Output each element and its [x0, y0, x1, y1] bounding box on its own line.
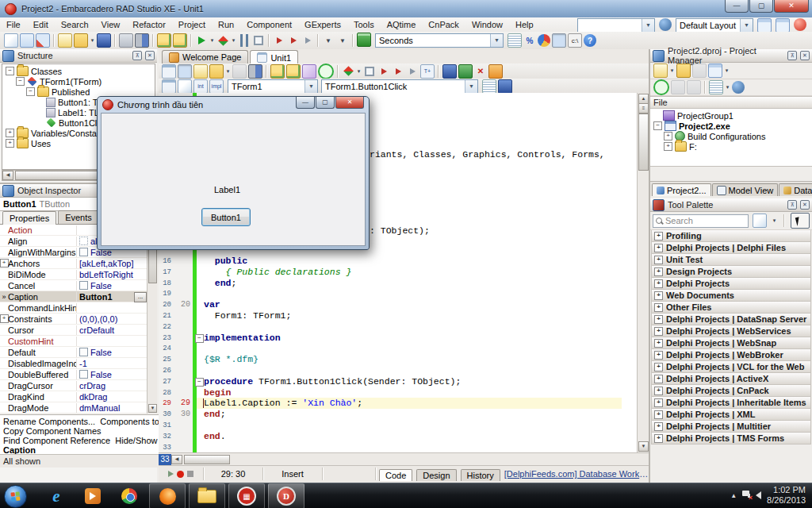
save-project-icon[interactable] — [692, 64, 707, 78]
expand-icon[interactable]: + — [654, 363, 663, 371]
dropdown-arrow-icon[interactable]: ▾ — [668, 67, 676, 74]
breakpoint-view-icon[interactable] — [659, 18, 672, 31]
expand-icon[interactable]: + — [654, 267, 663, 276]
to-do-list-icon[interactable] — [442, 64, 457, 79]
menu-aqtime[interactable]: AQtime — [381, 18, 423, 32]
close-icon[interactable]: ✕ — [145, 51, 155, 60]
open-file-icon[interactable] — [209, 64, 224, 79]
menu-gexperts[interactable]: GExperts — [298, 18, 347, 32]
start-button[interactable] — [4, 485, 27, 508]
expand-icon[interactable]: + — [654, 375, 663, 383]
media-player-icon[interactable] — [82, 486, 103, 506]
chrome-icon[interactable] — [119, 486, 140, 506]
expand-icon[interactable]: + — [654, 279, 663, 288]
dropdown-arrow-icon[interactable]: ▾ — [355, 68, 362, 75]
save-as-icon[interactable] — [119, 33, 133, 48]
expand-icon[interactable]: + — [664, 132, 672, 140]
firefox-button[interactable] — [149, 483, 186, 508]
step-over-icon[interactable] — [287, 34, 300, 47]
tree-item-f[interactable]: +F: — [652, 141, 812, 152]
fold-icon[interactable]: − — [195, 378, 204, 387]
refresh-icon[interactable] — [732, 81, 745, 94]
view-tab-code[interactable]: Code — [379, 469, 412, 481]
checkbox-icon[interactable] — [79, 348, 88, 356]
property-value[interactable]: dmManual — [77, 403, 147, 413]
property-value[interactable]: False — [77, 348, 147, 357]
set-debug-desktop-icon[interactable] — [776, 18, 790, 33]
palette-category-delphi-projects-cnpack[interactable]: +Delphi Projects | CnPack — [651, 385, 811, 397]
help-icon[interactable]: ? — [584, 34, 596, 47]
save-desktop-icon[interactable] — [757, 18, 772, 33]
internet-explorer-icon[interactable]: e — [46, 486, 67, 506]
expand-icon[interactable]: + — [654, 232, 663, 241]
dropdown-arrow-icon[interactable]: ▾ — [771, 217, 778, 224]
tab-events[interactable]: Events — [58, 210, 99, 224]
property-value[interactable]: bdLeftToRight — [77, 270, 147, 279]
dropdown-arrow-icon[interactable]: ▾ — [724, 84, 731, 90]
open-project-icon[interactable] — [157, 33, 171, 48]
palette-category-delphi-projects-delphi-files[interactable]: +Delphi Projects | Delphi Files — [651, 242, 811, 254]
dropdown-arrow-icon[interactable]: ▾ — [224, 68, 232, 75]
new-project-icon[interactable] — [653, 64, 668, 78]
expand-icon[interactable]: + — [654, 410, 663, 419]
selection-cursor-button[interactable] — [791, 213, 810, 229]
chart-icon[interactable] — [538, 34, 550, 47]
property-row-caption[interactable]: »CaptionButton1... — [0, 291, 147, 302]
palette-category-delphi-projects-webbroker[interactable]: +Delphi Projects | WebBroker — [651, 349, 811, 361]
code-line-19[interactable]: 19 — [159, 288, 634, 299]
code-line-33[interactable]: 33 — [159, 442, 634, 452]
browse-back-icon[interactable]: ▼ — [322, 34, 335, 47]
new-items-icon[interactable] — [4, 33, 18, 48]
expand-icon[interactable]: + — [654, 291, 663, 300]
code-line-31[interactable]: 31 — [159, 420, 634, 431]
form-maximize-button[interactable]: ▢ — [316, 97, 335, 109]
tree-item-classes[interactable]: −Classes — [4, 66, 155, 76]
expand-icon[interactable]: − — [653, 121, 662, 130]
code-line-18[interactable]: 18 end; — [159, 278, 634, 289]
expand-icon[interactable]: + — [654, 315, 663, 324]
rad-studio-button[interactable]: D — [268, 483, 304, 508]
code-line-17[interactable]: 17 { Public declarations } — [159, 267, 634, 278]
property-value[interactable]: (0,0),(0,0) — [77, 314, 147, 324]
view-form-icon[interactable] — [178, 64, 192, 79]
menu-tools[interactable]: Tools — [347, 18, 381, 32]
property-value[interactable]: dkDrag — [77, 392, 147, 402]
code-line-26[interactable]: 26 — [159, 365, 634, 376]
fold-icon[interactable]: − — [195, 334, 204, 343]
profiler-toggle-icon[interactable] — [552, 33, 566, 48]
menu-run[interactable]: Run — [212, 18, 240, 32]
volume-icon[interactable] — [756, 491, 761, 499]
palette-category-delphi-projects-datasnap-server[interactable]: +Delphi Projects | DataSnap Server — [651, 314, 811, 325]
export-icon[interactable] — [270, 64, 285, 79]
profiler-cash-icon[interactable] — [357, 33, 371, 47]
property-row-dragcursor[interactable]: DragCursorcrDrag — [0, 380, 147, 391]
expand-icon[interactable]: + — [0, 314, 9, 323]
menu-refactor[interactable]: Refactor — [126, 18, 172, 32]
property-row-bidimode[interactable]: BiDiModebdLeftToRight — [0, 269, 147, 280]
expand-icon[interactable]: + — [654, 387, 663, 395]
export-all-icon[interactable] — [286, 64, 301, 79]
tab-unit1[interactable]: Unit1 — [250, 50, 298, 64]
split-view-icon[interactable]: ≡ — [638, 103, 649, 114]
property-value[interactable]: [akLeft,akTop] — [77, 259, 147, 268]
dropdown-arrow-icon[interactable]: ▾ — [89, 37, 96, 44]
bookmarks-icon[interactable] — [458, 64, 473, 79]
taskbar-clock[interactable]: 1:02 PM 8/26/2013 — [767, 485, 809, 506]
expand-icon[interactable]: + — [664, 142, 672, 151]
file-column-header[interactable]: File — [650, 96, 812, 109]
close-icon[interactable]: ✕ — [800, 51, 810, 60]
delphifeeds-link[interactable]: [DelphiFeeds.com] Database Workbench 4.4… — [504, 469, 649, 479]
insert-template-icon[interactable]: T+ — [420, 64, 435, 79]
run-params-icon[interactable] — [342, 65, 354, 78]
expand-icon[interactable]: + — [654, 256, 663, 264]
property-value[interactable]: False — [77, 370, 147, 379]
open-file-icon[interactable] — [74, 33, 88, 48]
console-icon[interactable]: c:\ — [568, 33, 582, 48]
expand-icon[interactable]: + — [6, 139, 14, 148]
tray-expand-icon[interactable]: ▲ — [730, 492, 737, 499]
method-list-icon[interactable] — [498, 79, 512, 94]
property-row-doublebuffered[interactable]: DoubleBufferedFalse — [0, 369, 147, 380]
code-line-30[interactable]: 3030end; — [159, 409, 634, 420]
close-button[interactable]: ✕ — [774, 0, 809, 13]
trace-into-icon[interactable] — [377, 65, 390, 78]
